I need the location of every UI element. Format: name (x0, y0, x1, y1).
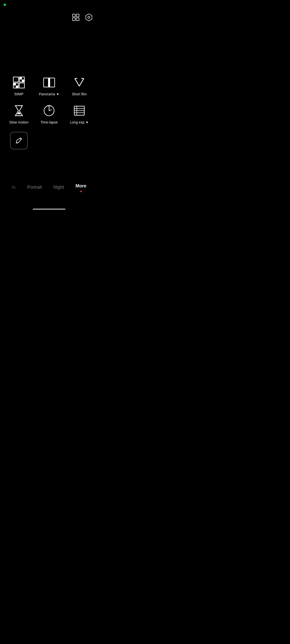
50mp-label: 50MP (14, 92, 24, 96)
svg-rect-15 (48, 78, 50, 87)
svg-line-20 (49, 110, 52, 111)
mode-time-lapse[interactable]: Time-lapse (35, 104, 63, 124)
edit-icon (10, 132, 28, 149)
slow-motion-label: Slow motion (9, 120, 28, 124)
mode-50mp[interactable]: 50MP (5, 75, 33, 96)
slow-motion-icon (12, 104, 26, 118)
long-exp-icon (72, 104, 86, 118)
nav-item-more[interactable]: More (74, 182, 88, 192)
svg-rect-12 (22, 79, 24, 82)
camera-modes-grid: 50MP Panorama ▼ Short film (0, 75, 98, 149)
svg-rect-11 (19, 77, 22, 79)
status-indicator (4, 4, 6, 6)
panorama-icon (42, 75, 56, 90)
bottom-nav: to Portrait Night More (0, 182, 98, 192)
mode-short-film[interactable]: Short film (65, 75, 93, 96)
time-lapse-icon (42, 104, 56, 118)
svg-rect-9 (13, 83, 16, 86)
short-film-icon (72, 75, 86, 90)
50mp-icon (12, 75, 26, 90)
svg-rect-0 (72, 14, 75, 17)
short-film-label: Short film (72, 92, 87, 96)
long-exp-label: Long exp ▼ (70, 120, 89, 124)
home-bar (33, 209, 65, 210)
svg-line-29 (20, 138, 21, 140)
active-nav-dot (80, 191, 82, 192)
settings-icon[interactable] (85, 13, 93, 23)
mode-edit[interactable] (5, 132, 33, 149)
svg-rect-6 (13, 77, 18, 82)
svg-rect-3 (76, 18, 79, 21)
svg-point-5 (88, 16, 90, 18)
time-lapse-label: Time-lapse (41, 120, 58, 124)
svg-rect-10 (16, 86, 18, 88)
nav-item-portrait[interactable]: Portrait (25, 184, 44, 191)
mode-long-exp[interactable]: Long exp ▼ (65, 104, 93, 124)
nav-item-photo[interactable]: to (10, 184, 18, 191)
svg-rect-2 (72, 18, 75, 21)
svg-marker-4 (86, 14, 92, 21)
panorama-label: Panorama ▼ (39, 92, 59, 96)
svg-rect-1 (76, 14, 79, 17)
mode-panorama[interactable]: Panorama ▼ (35, 75, 63, 96)
nav-item-night[interactable]: Night (51, 184, 66, 191)
svg-rect-13 (19, 83, 24, 88)
top-controls (71, 13, 93, 23)
svg-line-30 (16, 143, 18, 143)
grid-layout-icon[interactable] (71, 13, 80, 23)
mode-slow-motion[interactable]: Slow motion (5, 104, 33, 124)
